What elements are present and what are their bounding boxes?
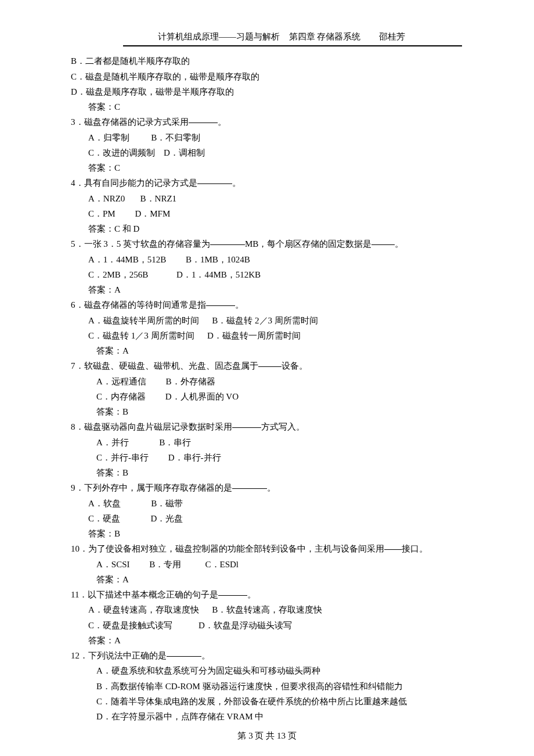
q5-options-row1: A．1．44MB，512B B．1MB，1024B: [71, 252, 463, 267]
q11-stem-b: 。: [247, 590, 256, 599]
q12-stem-a: 12．下列说法中正确的是: [71, 651, 167, 660]
q12-stem-b: 。: [201, 651, 210, 660]
blank: [189, 114, 218, 123]
q9-answer: 答案：B: [71, 526, 463, 541]
q10-stem-b: 接口。: [402, 544, 428, 553]
page-header: 计算机组成原理——习题与解析第四章 存储器系统邵桂芳: [99, 29, 464, 44]
blank: [384, 541, 402, 550]
q10-stem: 10．为了使设备相对独立，磁盘控制器的功能全部转到设备中，主机与设备间采用接口。: [71, 541, 463, 556]
q3-stem-b: 。: [218, 117, 226, 127]
q4-answer: 答案：C 和 D: [71, 221, 463, 236]
blank: [197, 175, 232, 184]
q5-options-row2: C．2MB，256B D．1．44MB，512KB: [71, 267, 463, 282]
q12-option-c: C．随着半导体集成电路的发展，外部设备在硬件系统的价格中所占比重越来越低: [71, 694, 463, 709]
q7-stem: 7．软磁盘、硬磁盘、磁带机、光盘、固态盘属于设备。: [71, 358, 463, 373]
q5-answer: 答案：A: [71, 282, 463, 297]
q11-stem-a: 11．以下描述中基本概念正确的句子是: [71, 590, 218, 599]
q12-option-b: B．高数据传输率 CD-ROM 驱动器运行速度快，但要求很高的容错性和纠错能力: [71, 679, 463, 694]
q11-stem: 11．以下描述中基本概念正确的句子是。: [71, 587, 463, 602]
q7-options-row2: C．内存储器 D．人机界面的 VO: [71, 389, 463, 404]
q11-options-row2: C．硬盘是接触式读写 D．软盘是浮动磁头读写: [71, 618, 463, 633]
author-name: 邵桂芳: [379, 32, 405, 41]
q4-options-row1: A．NRZ0 B．NRZ1: [71, 191, 463, 206]
content-body: B．二者都是随机半顺序存取的 C．磁盘是随机半顺序存取的，磁带是顺序存取的 D．…: [70, 53, 464, 724]
prev-option-c: C．磁盘是随机半顺序存取的，磁带是顺序存取的: [71, 69, 463, 84]
q6-stem: 6．磁盘存储器的等待时间通常是指。: [71, 297, 463, 312]
q3-stem-a: 3．磁盘存储器的记录方式采用: [71, 117, 189, 127]
blank: [218, 586, 247, 596]
footer-mid: 页 共: [255, 731, 275, 740]
q9-options-row2: C．硬盘 D．光盘: [71, 511, 463, 526]
chapter-title: 第四章 存储器系统: [289, 32, 361, 41]
footer-prefix: 第: [237, 731, 246, 740]
prev-option-b: B．二者都是随机半顺序存取的: [71, 53, 463, 69]
q8-answer: 答案：B: [71, 465, 463, 480]
prev-answer: 答案：C: [71, 99, 463, 114]
q9-options-row1: A．软盘 B．磁带: [71, 496, 463, 511]
q11-answer: 答案：A: [71, 633, 463, 648]
q12-option-a: A．硬盘系统和软盘系统可分为固定磁头和可移动磁头两种: [71, 663, 463, 678]
footer-page-total: 13: [277, 731, 286, 740]
q6-answer: 答案：A: [71, 343, 463, 358]
blank: [232, 419, 261, 428]
q5-stem-c: 。: [395, 239, 403, 249]
footer-page-cur: 3: [248, 731, 253, 740]
blank: [206, 297, 235, 306]
q6-options-row1: A．磁盘旋转半周所需的时间 B．磁盘转 2／3 周所需时间: [71, 313, 463, 328]
blank: [167, 647, 201, 657]
blank: [258, 358, 282, 367]
q4-stem-a: 4．具有自同步能力的记录方式是: [71, 178, 197, 188]
q4-stem-b: 。: [232, 178, 241, 188]
q6-stem-a: 6．磁盘存储器的等待时间通常是指: [71, 300, 206, 309]
footer-suffix: 页: [288, 731, 297, 740]
q5-stem-b: MB，每个扇区存储的固定数据是: [245, 239, 371, 249]
q6-options-row2: C．磁盘转 1／3 周所需时间 D．磁盘转一周所需时间: [71, 328, 463, 343]
q7-stem-b: 设备。: [282, 361, 308, 370]
q3-stem: 3．磁盘存储器的记录方式采用。: [71, 114, 463, 129]
book-title: 计算机组成原理——习题与解析: [158, 32, 280, 41]
q10-options-row1: A．SCSI B．专用 C．ESDl: [71, 557, 463, 572]
q9-stem: 9．下列外存中，属于顺序存取存储器的是。: [71, 480, 463, 495]
q4-stem: 4．具有自同步能力的记录方式是。: [71, 175, 463, 190]
q7-options-row1: A．远程通信 B．外存储器: [71, 374, 463, 389]
q11-options-row1: A．硬盘转速高，存取速度快 B．软盘转速高，存取速度快: [71, 602, 463, 617]
blank: [210, 236, 245, 245]
q5-stem: 5．一张 3．5 英寸软盘的存储容量为MB，每个扇区存储的固定数据是。: [71, 236, 463, 251]
q8-stem-a: 8．磁盘驱动器向盘片磁层记录数据时采用: [71, 422, 232, 431]
q9-stem-a: 9．下列外存中，属于顺序存取存储器的是: [71, 483, 232, 492]
q5-stem-a: 5．一张 3．5 英寸软盘的存储容量为: [71, 239, 210, 249]
prev-option-d: D．磁盘是顺序存取，磁带是半顺序存取的: [71, 84, 463, 99]
blank: [371, 236, 395, 245]
q3-options-row1: A．归零制 B．不归零制: [71, 130, 463, 145]
q8-stem: 8．磁盘驱动器向盘片磁层记录数据时采用方式写入。: [71, 419, 463, 434]
q6-stem-b: 。: [235, 300, 244, 309]
q3-answer: 答案：C: [71, 160, 463, 175]
q3-options-row2: C．改进的调频制 D．调相制: [71, 145, 463, 160]
q10-stem-a: 10．为了使设备相对独立，磁盘控制器的功能全部转到设备中，主机与设备间采用: [71, 544, 384, 553]
blank: [232, 480, 267, 489]
page: 计算机组成原理——习题与解析第四章 存储器系统邵桂芳 B．二者都是随机半顺序存取…: [0, 0, 534, 756]
q8-options-row1: A．并行 B．串行: [71, 435, 463, 450]
q10-answer: 答案：A: [71, 572, 463, 587]
q8-options-row2: C．并行-串行 D．串行-并行: [71, 450, 463, 465]
q12-option-d: D．在字符显示器中，点阵存储在 VRAM 中: [71, 709, 463, 724]
header-line: 计算机组成原理——习题与解析第四章 存储器系统邵桂芳: [158, 29, 406, 44]
q4-options-row2: C．PM D．MFM: [71, 206, 463, 221]
q7-answer: 答案：B: [71, 404, 463, 419]
q12-stem: 12．下列说法中正确的是。: [71, 648, 463, 663]
q8-stem-b: 方式写入。: [261, 422, 305, 431]
q7-stem-a: 7．软磁盘、硬磁盘、磁带机、光盘、固态盘属于: [71, 361, 258, 370]
header-underline: [123, 45, 462, 46]
q9-stem-b: 。: [267, 483, 276, 492]
page-footer: 第 3 页 共 13 页: [0, 728, 534, 743]
